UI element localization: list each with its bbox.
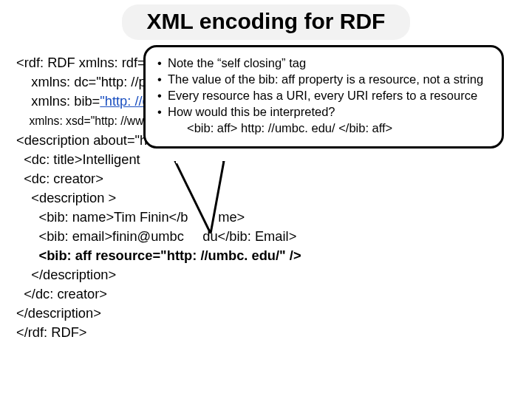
code-line: xmlns: bib=	[16, 93, 100, 109]
svg-rect-1	[176, 161, 222, 163]
slide-title: XML encoding for RDF	[122, 4, 411, 40]
callout-bullet: • Note the “self closing” tag	[157, 55, 491, 71]
code-line: </rdf: RDF>	[16, 324, 87, 340]
code-line: <description >	[16, 190, 116, 205]
callout-text: Every resource has a URI, every URI refe…	[168, 87, 477, 103]
callout-text: Note the “self closing” tag	[168, 55, 306, 71]
callout-bullet: • Every resource has a URI, every URI re…	[157, 87, 491, 103]
code-link: "http: //d	[100, 93, 149, 109]
code-line: <description about="h	[16, 132, 147, 148]
code-line: <bib: name>Tim Finin</b	[16, 209, 188, 225]
code-line: </dc: creator>	[16, 286, 107, 301]
code-line-bold: <bib: aff resource="http: //umbc. edu/" …	[16, 248, 301, 263]
code-line: <dc: title>Intelligent	[16, 151, 144, 167]
code-line: xmlns: xsd="http: //ww	[16, 115, 144, 127]
callout-text: How would this be interpreted?	[168, 103, 335, 120]
callout-tail-icon	[174, 161, 227, 233]
callout-box: • Note the “self closing” tag • The valu…	[143, 45, 504, 149]
svg-marker-0	[175, 161, 224, 233]
code-line: <dc: creator>	[16, 171, 103, 186]
code-line: <bib: email>finin@umbc	[16, 228, 184, 244]
code-line: xmlns: dc="http: //pu	[16, 74, 154, 89]
code-line: <rdf: RDF xmlns: rdf="	[16, 55, 150, 70]
code-line: </description>	[16, 305, 101, 321]
callout-bullet: • How would this be interpreted?	[157, 103, 491, 120]
code-line: </description>	[16, 267, 116, 282]
callout-bullet: • The value of the bib: aff property is …	[157, 71, 491, 87]
callout-subtext: <bib: aff> http: //umbc. edu/ </bib: aff…	[187, 120, 491, 136]
callout-text: The value of the bib: aff property is a …	[168, 71, 483, 87]
